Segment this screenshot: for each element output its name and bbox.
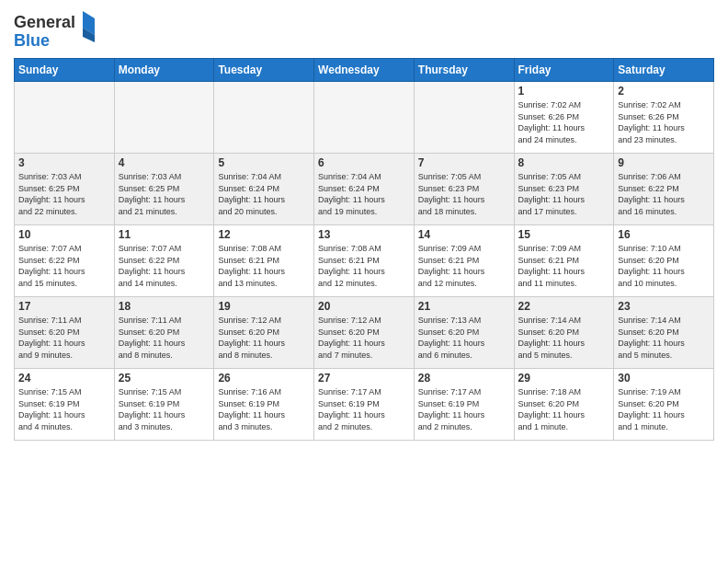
day-number: 10 bbox=[18, 228, 110, 241]
day-cell bbox=[214, 82, 314, 154]
day-info: Sunrise: 7:04 AM Sunset: 6:24 PM Dayligh… bbox=[318, 171, 410, 217]
svg-text:General: General bbox=[14, 13, 75, 31]
day-cell bbox=[15, 82, 115, 154]
day-cell: 20Sunrise: 7:12 AM Sunset: 6:20 PM Dayli… bbox=[314, 297, 415, 369]
day-info: Sunrise: 7:02 AM Sunset: 6:26 PM Dayligh… bbox=[618, 99, 710, 145]
day-header: Saturday bbox=[614, 59, 714, 82]
day-info: Sunrise: 7:05 AM Sunset: 6:23 PM Dayligh… bbox=[418, 171, 510, 217]
day-cell: 1Sunrise: 7:02 AM Sunset: 6:26 PM Daylig… bbox=[514, 82, 614, 154]
day-header: Thursday bbox=[414, 59, 514, 82]
day-info: Sunrise: 7:11 AM Sunset: 6:20 PM Dayligh… bbox=[119, 315, 210, 361]
logo: General Blue bbox=[14, 9, 97, 51]
header: General Blue bbox=[14, 9, 714, 51]
day-header: Monday bbox=[114, 59, 214, 82]
day-cell: 25Sunrise: 7:15 AM Sunset: 6:19 PM Dayli… bbox=[114, 369, 214, 441]
day-number: 14 bbox=[418, 228, 510, 241]
day-cell: 29Sunrise: 7:18 AM Sunset: 6:20 PM Dayli… bbox=[514, 369, 614, 441]
day-header: Friday bbox=[514, 59, 614, 82]
day-cell: 30Sunrise: 7:19 AM Sunset: 6:20 PM Dayli… bbox=[614, 369, 714, 441]
calendar-table: SundayMondayTuesdayWednesdayThursdayFrid… bbox=[14, 58, 714, 441]
day-cell: 2Sunrise: 7:02 AM Sunset: 6:26 PM Daylig… bbox=[614, 82, 714, 154]
day-number: 12 bbox=[218, 228, 310, 241]
day-cell bbox=[114, 82, 214, 154]
day-cell: 6Sunrise: 7:04 AM Sunset: 6:24 PM Daylig… bbox=[314, 154, 415, 225]
day-number: 5 bbox=[218, 156, 310, 169]
day-info: Sunrise: 7:07 AM Sunset: 6:22 PM Dayligh… bbox=[119, 243, 210, 289]
day-cell: 5Sunrise: 7:04 AM Sunset: 6:24 PM Daylig… bbox=[214, 154, 314, 225]
day-info: Sunrise: 7:03 AM Sunset: 6:25 PM Dayligh… bbox=[18, 171, 110, 217]
week-row: 24Sunrise: 7:15 AM Sunset: 6:19 PM Dayli… bbox=[15, 369, 714, 441]
day-cell: 17Sunrise: 7:11 AM Sunset: 6:20 PM Dayli… bbox=[15, 297, 115, 369]
day-cell: 22Sunrise: 7:14 AM Sunset: 6:20 PM Dayli… bbox=[514, 297, 614, 369]
day-cell: 26Sunrise: 7:16 AM Sunset: 6:19 PM Dayli… bbox=[214, 369, 314, 441]
day-number: 1 bbox=[518, 85, 610, 98]
day-info: Sunrise: 7:12 AM Sunset: 6:20 PM Dayligh… bbox=[318, 315, 410, 361]
day-info: Sunrise: 7:18 AM Sunset: 6:20 PM Dayligh… bbox=[518, 386, 610, 432]
day-number: 22 bbox=[518, 300, 610, 313]
week-row: 3Sunrise: 7:03 AM Sunset: 6:25 PM Daylig… bbox=[15, 154, 714, 225]
day-cell: 16Sunrise: 7:10 AM Sunset: 6:20 PM Dayli… bbox=[614, 225, 714, 297]
day-number: 25 bbox=[119, 372, 210, 385]
day-cell: 7Sunrise: 7:05 AM Sunset: 6:23 PM Daylig… bbox=[414, 154, 514, 225]
day-number: 20 bbox=[318, 300, 410, 313]
day-cell bbox=[314, 82, 415, 154]
day-number: 17 bbox=[18, 300, 110, 313]
day-info: Sunrise: 7:17 AM Sunset: 6:19 PM Dayligh… bbox=[318, 386, 410, 432]
day-cell bbox=[414, 82, 514, 154]
day-info: Sunrise: 7:08 AM Sunset: 6:21 PM Dayligh… bbox=[218, 243, 310, 289]
day-number: 4 bbox=[119, 156, 210, 169]
day-info: Sunrise: 7:12 AM Sunset: 6:20 PM Dayligh… bbox=[218, 315, 310, 361]
day-info: Sunrise: 7:15 AM Sunset: 6:19 PM Dayligh… bbox=[119, 386, 210, 432]
day-cell: 15Sunrise: 7:09 AM Sunset: 6:21 PM Dayli… bbox=[514, 225, 614, 297]
day-info: Sunrise: 7:06 AM Sunset: 6:22 PM Dayligh… bbox=[618, 171, 710, 217]
day-cell: 8Sunrise: 7:05 AM Sunset: 6:23 PM Daylig… bbox=[514, 154, 614, 225]
day-number: 9 bbox=[618, 156, 710, 169]
day-cell: 3Sunrise: 7:03 AM Sunset: 6:25 PM Daylig… bbox=[15, 154, 115, 225]
day-info: Sunrise: 7:15 AM Sunset: 6:19 PM Dayligh… bbox=[18, 386, 110, 432]
day-header: Sunday bbox=[15, 59, 115, 82]
day-info: Sunrise: 7:02 AM Sunset: 6:26 PM Dayligh… bbox=[518, 99, 610, 145]
day-cell: 24Sunrise: 7:15 AM Sunset: 6:19 PM Dayli… bbox=[15, 369, 115, 441]
day-number: 24 bbox=[18, 372, 110, 385]
day-cell: 11Sunrise: 7:07 AM Sunset: 6:22 PM Dayli… bbox=[114, 225, 214, 297]
day-info: Sunrise: 7:16 AM Sunset: 6:19 PM Dayligh… bbox=[218, 386, 310, 432]
week-row: 1Sunrise: 7:02 AM Sunset: 6:26 PM Daylig… bbox=[15, 82, 714, 154]
day-number: 21 bbox=[418, 300, 510, 313]
day-cell: 28Sunrise: 7:17 AM Sunset: 6:19 PM Dayli… bbox=[414, 369, 514, 441]
day-number: 15 bbox=[518, 228, 610, 241]
day-number: 8 bbox=[518, 156, 610, 169]
day-info: Sunrise: 7:17 AM Sunset: 6:19 PM Dayligh… bbox=[418, 386, 510, 432]
day-info: Sunrise: 7:14 AM Sunset: 6:20 PM Dayligh… bbox=[618, 315, 710, 361]
day-info: Sunrise: 7:05 AM Sunset: 6:23 PM Dayligh… bbox=[518, 171, 610, 217]
day-info: Sunrise: 7:04 AM Sunset: 6:24 PM Dayligh… bbox=[218, 171, 310, 217]
day-cell: 13Sunrise: 7:08 AM Sunset: 6:21 PM Dayli… bbox=[314, 225, 415, 297]
day-info: Sunrise: 7:08 AM Sunset: 6:21 PM Dayligh… bbox=[318, 243, 410, 289]
header-row: SundayMondayTuesdayWednesdayThursdayFrid… bbox=[15, 59, 714, 82]
day-number: 6 bbox=[318, 156, 410, 169]
day-info: Sunrise: 7:03 AM Sunset: 6:25 PM Dayligh… bbox=[119, 171, 210, 217]
day-number: 26 bbox=[218, 372, 310, 385]
day-number: 13 bbox=[318, 228, 410, 241]
day-header: Tuesday bbox=[214, 59, 314, 82]
day-info: Sunrise: 7:11 AM Sunset: 6:20 PM Dayligh… bbox=[18, 315, 110, 361]
day-number: 23 bbox=[618, 300, 710, 313]
day-info: Sunrise: 7:09 AM Sunset: 6:21 PM Dayligh… bbox=[518, 243, 610, 289]
day-info: Sunrise: 7:10 AM Sunset: 6:20 PM Dayligh… bbox=[618, 243, 710, 289]
day-header: Wednesday bbox=[314, 59, 415, 82]
day-cell: 21Sunrise: 7:13 AM Sunset: 6:20 PM Dayli… bbox=[414, 297, 514, 369]
day-number: 7 bbox=[418, 156, 510, 169]
day-number: 16 bbox=[618, 228, 710, 241]
day-cell: 9Sunrise: 7:06 AM Sunset: 6:22 PM Daylig… bbox=[614, 154, 714, 225]
day-info: Sunrise: 7:09 AM Sunset: 6:21 PM Dayligh… bbox=[418, 243, 510, 289]
week-row: 17Sunrise: 7:11 AM Sunset: 6:20 PM Dayli… bbox=[15, 297, 714, 369]
day-number: 30 bbox=[618, 372, 710, 385]
day-cell: 23Sunrise: 7:14 AM Sunset: 6:20 PM Dayli… bbox=[614, 297, 714, 369]
day-info: Sunrise: 7:13 AM Sunset: 6:20 PM Dayligh… bbox=[418, 315, 510, 361]
day-number: 18 bbox=[119, 300, 210, 313]
day-number: 28 bbox=[418, 372, 510, 385]
day-cell: 27Sunrise: 7:17 AM Sunset: 6:19 PM Dayli… bbox=[314, 369, 415, 441]
day-cell: 14Sunrise: 7:09 AM Sunset: 6:21 PM Dayli… bbox=[414, 225, 514, 297]
calendar-container: General Blue SundayMondayTuesdayWednesda… bbox=[0, 0, 728, 450]
day-cell: 19Sunrise: 7:12 AM Sunset: 6:20 PM Dayli… bbox=[214, 297, 314, 369]
day-number: 19 bbox=[218, 300, 310, 313]
